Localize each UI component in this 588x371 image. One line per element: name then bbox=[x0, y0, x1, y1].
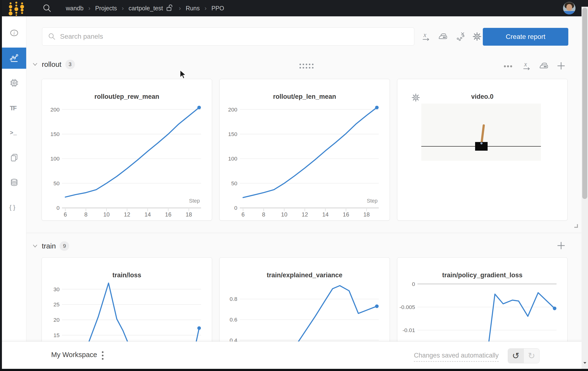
breadcrumb-run-name[interactable]: PPO bbox=[211, 5, 224, 12]
undo-button[interactable]: ↺ bbox=[508, 349, 524, 363]
svg-text:10: 10 bbox=[103, 211, 110, 218]
breadcrumb: wandb › Projects › cartpole_test › Runs … bbox=[66, 4, 224, 12]
panel-search bbox=[42, 27, 414, 46]
x-axis-settings-icon[interactable]: x bbox=[421, 31, 431, 42]
svg-text:16: 16 bbox=[165, 211, 171, 218]
add-panel-icon[interactable] bbox=[556, 241, 566, 251]
section-header-train[interactable]: train 9 bbox=[32, 241, 69, 251]
avatar-face bbox=[566, 4, 572, 11]
workspace-footer-bar: My Workspace Changes saved automatically… bbox=[0, 342, 588, 369]
outliers-icon[interactable] bbox=[456, 31, 465, 41]
breadcrumb-separator-icon: › bbox=[88, 5, 91, 12]
svg-text:6: 6 bbox=[64, 211, 67, 218]
user-avatar[interactable] bbox=[563, 2, 576, 14]
svg-text:200: 200 bbox=[51, 106, 60, 113]
autosave-status[interactable]: Changes saved automatically bbox=[414, 352, 499, 362]
breadcrumb-runs[interactable]: Runs bbox=[186, 5, 200, 12]
svg-text:Step: Step bbox=[189, 198, 200, 204]
scrollbar-top-cap bbox=[581, 0, 588, 7]
breadcrumb-projects[interactable]: Projects bbox=[95, 5, 117, 12]
sidebar-item-config[interactable]: { } bbox=[2, 197, 26, 218]
search-panels-input[interactable] bbox=[60, 33, 414, 40]
top-navbar: wandb › Projects › cartpole_test › Runs … bbox=[0, 0, 588, 16]
global-search-icon[interactable] bbox=[42, 3, 52, 13]
sidebar-item-charts[interactable] bbox=[2, 48, 26, 69]
cpu-chip-icon bbox=[9, 78, 19, 88]
svg-text:x: x bbox=[524, 61, 527, 68]
svg-text:50: 50 bbox=[231, 180, 237, 186]
svg-text:0.6: 0.6 bbox=[230, 317, 237, 323]
braces-icon: { } bbox=[9, 204, 15, 211]
chevron-down-icon[interactable] bbox=[32, 244, 38, 248]
scrollbar-down-arrow-icon[interactable] bbox=[583, 361, 587, 365]
svg-text:-0.01: -0.01 bbox=[403, 327, 415, 333]
panel-count-badge: 3 bbox=[65, 60, 75, 69]
breadcrumb-separator-icon: › bbox=[122, 5, 124, 12]
svg-text:15: 15 bbox=[53, 332, 59, 338]
line-chart: 050100150200681012141618Step bbox=[42, 79, 212, 220]
section-title: train bbox=[42, 242, 56, 250]
svg-text:100: 100 bbox=[228, 156, 237, 162]
add-panel-icon[interactable] bbox=[556, 61, 566, 72]
database-icon bbox=[9, 178, 19, 187]
sidebar-item-artifacts[interactable] bbox=[2, 172, 26, 193]
svg-text:8: 8 bbox=[84, 211, 87, 218]
breadcrumb-entity[interactable]: wandb bbox=[66, 5, 84, 12]
search-icon bbox=[48, 32, 56, 41]
sidebar-item-system[interactable] bbox=[2, 72, 26, 94]
svg-text:14: 14 bbox=[144, 211, 151, 218]
svg-text:10: 10 bbox=[281, 211, 287, 218]
redo-button[interactable]: ↻ bbox=[524, 349, 539, 363]
line-chart-icon bbox=[9, 53, 20, 64]
panel-video-0[interactable]: video.0 bbox=[397, 79, 567, 221]
workspace-settings-gear-icon[interactable] bbox=[472, 32, 482, 41]
chevron-down-icon[interactable] bbox=[32, 62, 38, 67]
section-header-rollout[interactable]: rollout 3 bbox=[32, 60, 75, 69]
svg-text:20: 20 bbox=[53, 317, 59, 323]
svg-text:150: 150 bbox=[228, 131, 237, 137]
svg-text:25: 25 bbox=[53, 301, 59, 307]
svg-text:18: 18 bbox=[363, 211, 370, 218]
svg-text:-0.005: -0.005 bbox=[399, 304, 415, 310]
svg-text:8: 8 bbox=[262, 211, 265, 218]
create-report-button[interactable]: Create report bbox=[483, 28, 568, 46]
section-drag-handle[interactable] bbox=[299, 63, 315, 71]
workspace-menu-kebab-icon[interactable] bbox=[102, 351, 104, 361]
line-chart: 050100150200681012141618Step bbox=[220, 79, 389, 220]
svg-text:30: 30 bbox=[53, 286, 59, 292]
svg-text:14: 14 bbox=[322, 211, 329, 218]
mouse-cursor bbox=[180, 70, 188, 81]
sidebar-item-files[interactable] bbox=[2, 147, 26, 168]
svg-text:Step: Step bbox=[367, 198, 378, 204]
section-divider bbox=[26, 233, 581, 233]
svg-text:16: 16 bbox=[343, 211, 349, 218]
svg-text:12: 12 bbox=[124, 211, 130, 218]
section-title: rollout bbox=[42, 60, 62, 68]
section-resize-handle[interactable] bbox=[573, 223, 579, 230]
svg-text:12: 12 bbox=[302, 211, 308, 218]
avatar-shirt bbox=[563, 11, 576, 14]
panel-rollout-ep-len-mean[interactable]: rollout/ep_len_mean 05010015020068101214… bbox=[219, 79, 390, 221]
smoothing-icon[interactable] bbox=[438, 32, 448, 41]
section-smoothing-icon[interactable] bbox=[539, 62, 549, 71]
cartpole-video-frame bbox=[421, 104, 541, 161]
svg-text:0: 0 bbox=[234, 205, 237, 211]
sidebar-item-overview[interactable]: i bbox=[2, 22, 26, 43]
video-panel-title: video.0 bbox=[397, 93, 567, 100]
svg-text:50: 50 bbox=[53, 180, 59, 186]
cartpole-axle bbox=[480, 142, 483, 144]
svg-text:100: 100 bbox=[51, 156, 60, 162]
wandb-logo-icon[interactable] bbox=[6, 0, 26, 16]
window-edge-left bbox=[0, 0, 2, 371]
breadcrumb-project-name[interactable]: cartpole_test bbox=[128, 5, 163, 12]
page-scrollbar[interactable] bbox=[581, 0, 588, 371]
svg-text:x: x bbox=[423, 31, 426, 38]
sidebar-item-model[interactable]: TF bbox=[2, 97, 26, 118]
section-x-axis-icon[interactable]: x bbox=[522, 61, 531, 72]
svg-text:150: 150 bbox=[51, 131, 60, 137]
panel-rollout-ep-rew-mean[interactable]: rollout/ep_rew_mean 05010015020068101214… bbox=[42, 79, 212, 221]
section-more-menu-icon[interactable] bbox=[504, 64, 513, 69]
sidebar-item-logs[interactable]: >_ bbox=[2, 122, 26, 143]
scrollbar-thumb[interactable] bbox=[582, 8, 587, 199]
wandb-workspace-page: wandb › Projects › cartpole_test › Runs … bbox=[0, 0, 588, 371]
